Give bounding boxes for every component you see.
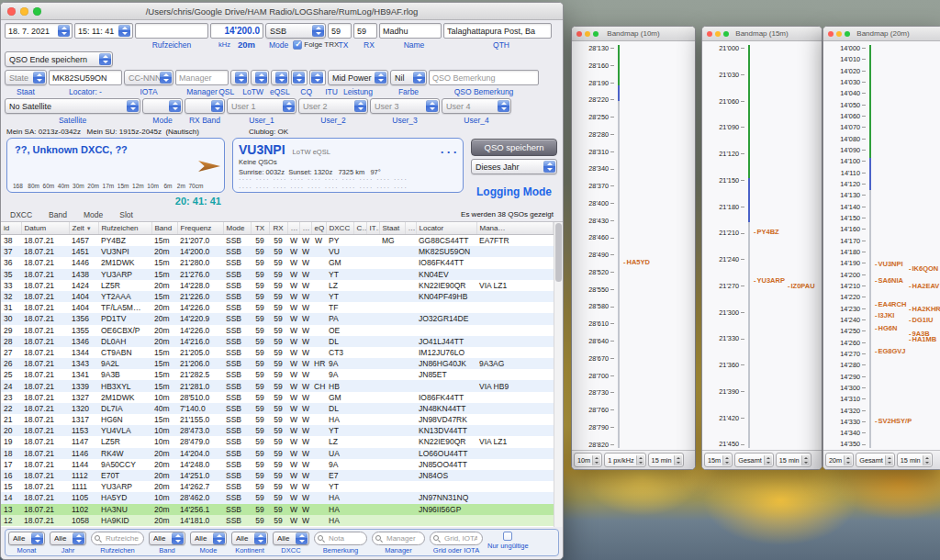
bandmap-control-select[interactable]: 10m	[574, 453, 602, 467]
stepper-arrows[interactable]	[311, 72, 323, 84]
log-row[interactable]: 2318.07.2113272M1DWK10m28'510.0SSB5959WW…	[1, 392, 554, 403]
filter-search-input[interactable]	[104, 533, 140, 543]
tab-mode[interactable]: Mode	[84, 210, 103, 219]
column-header[interactable]: Frequenz	[177, 222, 223, 235]
minimize-button[interactable]	[715, 31, 721, 37]
bandmap-control-select[interactable]: 15 min	[897, 453, 933, 467]
log-row[interactable]: 2418.07.211339HB3XYL15m21'281.0SSB5959WW…	[1, 380, 554, 391]
dx-spot[interactable]: I3JKI	[875, 312, 894, 319]
rx-band-select[interactable]	[185, 98, 225, 114]
eqsl-select[interactable]	[271, 70, 289, 85]
dx-spot[interactable]: IK6QON	[909, 265, 938, 273]
window-titlebar[interactable]: Bandmap (15m)	[702, 27, 822, 41]
column-header[interactable]: …	[299, 222, 311, 235]
log-row[interactable]: 3618.07.2114462M1DWK15m21'280.0SSB5959WW…	[1, 257, 554, 268]
dx-spot[interactable]: HA1MB	[909, 337, 936, 344]
qso-remark-input[interactable]	[429, 70, 539, 85]
iota-select[interactable]: CC-NNN	[124, 70, 173, 85]
log-row[interactable]: 2518.07.2113419A3B15m21'282.5SSB5959WW9A…	[1, 369, 554, 380]
filter-search-input[interactable]	[385, 533, 421, 543]
filter-select[interactable]: Alle	[149, 532, 185, 545]
column-header[interactable]: Band	[151, 222, 177, 235]
column-header[interactable]: Staat	[379, 222, 405, 235]
log-row[interactable]: 1418.07.211105HA5YD10m28'462.0SSB5959WWH…	[1, 492, 554, 503]
window-titlebar[interactable]: Bandmap (20m)	[823, 27, 940, 41]
bandmap-control-select[interactable]: Gesamt	[734, 453, 774, 467]
stepper-arrows[interactable]	[293, 72, 305, 84]
filter-select[interactable]: Alle	[273, 532, 309, 545]
callsign-input[interactable]	[135, 23, 208, 39]
save-qso-button[interactable]: QSO speichern	[471, 139, 557, 156]
log-row[interactable]: 1918.07.211147LZ5R10m28'479.0SSB5959WWLZ…	[1, 436, 554, 447]
tab-band[interactable]: Band	[49, 210, 67, 219]
column-header[interactable]: id	[1, 222, 21, 235]
filter-select[interactable]: Alle	[190, 532, 227, 545]
dx-spot[interactable]: HA2KHR	[909, 306, 940, 313]
filter-search[interactable]	[314, 532, 367, 545]
log-row[interactable]: 3518.07.211438YU3ARP15m21'276.0SSB5959WW…	[1, 269, 554, 280]
minimize-button[interactable]	[20, 7, 28, 16]
log-row[interactable]: 1318.07.211102HA3NU20m14'256.1SSB5959WWH…	[1, 504, 554, 515]
scrollbar-thumb[interactable]	[555, 223, 562, 282]
dx-spot[interactable]: EG8GVJ	[875, 348, 906, 355]
user4-select[interactable]: User 4	[442, 98, 511, 114]
column-header[interactable]: …	[287, 222, 299, 235]
locator-input[interactable]	[49, 70, 122, 85]
log-row[interactable]: 2818.07.211346DL0AH20m14'216.0SSB5959WWD…	[1, 336, 554, 347]
log-row[interactable]: 2718.07.211344CT9ABN15m21'205.0SSB5959WW…	[1, 347, 554, 358]
filter-select[interactable]: Alle	[231, 532, 268, 545]
filter-search-input[interactable]	[327, 533, 364, 543]
column-header[interactable]: DXCC	[326, 222, 353, 235]
log-row[interactable]: 3718.07.211451VU3NPI20m14'200.0SSB5959WW…	[1, 246, 554, 257]
bandmap-control-select[interactable]: Gesamt	[856, 453, 895, 467]
satellite-mode-select[interactable]	[142, 98, 183, 114]
dx-spot[interactable]: EA4RCH	[875, 301, 906, 308]
minimize-button[interactable]	[585, 31, 590, 37]
time-field[interactable]: 15: 11: 41	[74, 23, 133, 39]
log-row[interactable]: 1818.07.211146RK4W20m14'204.0SSB5959WWUA…	[1, 448, 554, 459]
bandmap-control-select[interactable]: 20m	[825, 453, 854, 467]
log-row[interactable]: 1618.07.211112E70T20m14'251.0SSB5959WWE7…	[1, 470, 554, 481]
window-titlebar[interactable]: /Users/chris/Google Drive/HAM Radio/LOGS…	[1, 3, 563, 20]
log-row[interactable]: 2018.07.211153YU4VLA10m28'473.0SSB5959WW…	[1, 425, 554, 436]
zoom-button[interactable]	[593, 31, 599, 37]
filter-search[interactable]	[430, 532, 483, 545]
column-header[interactable]: Mana…	[476, 222, 554, 235]
bandmap-control-select[interactable]: 15 min	[648, 453, 684, 467]
column-header[interactable]: Zeit▼	[69, 222, 98, 235]
zoom-button[interactable]	[845, 31, 850, 37]
tab-dxcc[interactable]: DXCC	[10, 210, 32, 219]
column-header[interactable]: Rufzeichen	[98, 222, 151, 235]
zoom-button[interactable]	[723, 31, 729, 37]
log-row[interactable]: 3018.07.211356PD1TV20m14'220.9SSB5959WWP…	[1, 313, 554, 324]
rx-rst-field[interactable]: 59	[353, 23, 377, 39]
log-row[interactable]: 3118.07.211404TF/LA5M…20m14'226.0SSB5959…	[1, 302, 554, 313]
color-select[interactable]: Nil	[390, 70, 427, 85]
dx-spot[interactable]: YU3ARP	[754, 277, 785, 285]
date-field[interactable]: 18. 7. 2021	[5, 23, 73, 39]
close-button[interactable]	[576, 31, 582, 37]
close-button[interactable]	[7, 7, 16, 16]
log-row[interactable]: 2218.07.211320DL7IA40m7'140.0SSB5959WWDL…	[1, 403, 554, 414]
log-row[interactable]: 2618.07.2113439A2L15m21'206.0SSB5959WWHR…	[1, 358, 554, 369]
lotw-select[interactable]	[251, 70, 269, 85]
window-titlebar[interactable]: Bandmap (10m)	[572, 27, 695, 41]
filter-search[interactable]	[91, 532, 144, 545]
column-header[interactable]: IT…	[366, 222, 379, 235]
log-row[interactable]: 1718.07.2111449A50CCY20m14'248.0SSB5959W…	[1, 459, 554, 470]
table-scrollbar[interactable]	[554, 222, 563, 527]
column-header[interactable]: Locator	[416, 222, 476, 235]
user3-select[interactable]: User 3	[370, 98, 440, 114]
zoom-button[interactable]	[33, 7, 41, 16]
dx-spot[interactable]: SV2HSY/P	[875, 419, 912, 426]
column-header[interactable]: …	[405, 222, 416, 235]
log-row[interactable]: 3218.07.211404YT2AAA15m21'226.0SSB5959WW…	[1, 291, 554, 302]
folge-trx-checkbox[interactable]	[293, 40, 302, 50]
dx-spot[interactable]: HG6N	[875, 326, 897, 333]
column-header[interactable]: Datum	[21, 222, 69, 235]
column-header[interactable]: TX	[251, 222, 269, 235]
name-input[interactable]	[379, 23, 442, 39]
dx-spot[interactable]: DG1IU	[909, 318, 933, 325]
user1-select[interactable]: User 1	[227, 98, 297, 114]
dx-spot[interactable]: PY4BZ	[754, 229, 779, 236]
